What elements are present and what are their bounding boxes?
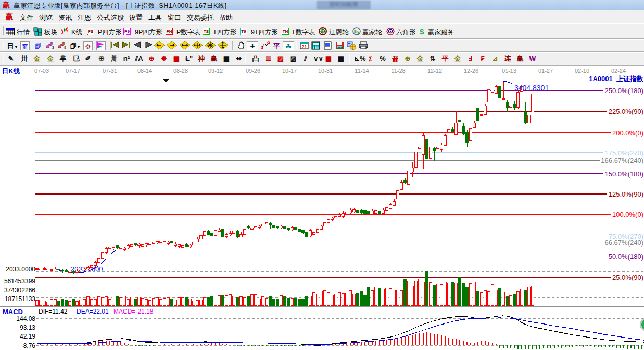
svg-text:10-31: 10-31	[318, 68, 333, 74]
svg-text:21: 21	[301, 44, 307, 49]
svg-text:250.0%(180): 250.0%(180)	[605, 87, 643, 95]
svg-text:01-13: 01-13	[502, 68, 516, 74]
svg-text:200.0%(0): 200.0%(0)	[612, 129, 643, 137]
svg-text:50.0%(180): 50.0%(180)	[609, 253, 643, 261]
svg-text:3: 3	[52, 46, 54, 49]
svg-text:12-12: 12-12	[427, 68, 442, 74]
svg-text:11-14: 11-14	[355, 68, 369, 74]
svg-text:66.67%(240): 66.67%(240)	[605, 239, 643, 247]
svg-text:07-31: 07-31	[103, 68, 117, 74]
svg-text:175.0%(270): 175.0%(270)	[605, 149, 643, 157]
svg-text:12-26: 12-26	[464, 68, 478, 74]
svg-text:166.67%(240): 166.67%(240)	[601, 157, 643, 164]
svg-text:9: 9	[64, 46, 66, 49]
svg-text:07-03: 07-03	[34, 68, 49, 74]
svg-text:Big: Big	[354, 30, 359, 34]
svg-text:25.0%(90): 25.0%(90)	[612, 274, 643, 281]
svg-text:125.0%(90): 125.0%(90)	[609, 190, 643, 198]
svg-text:02-24: 02-24	[611, 68, 626, 74]
svg-text:08-28: 08-28	[173, 68, 188, 74]
svg-text:11-28: 11-28	[391, 68, 405, 74]
svg-text:100.0%(0): 100.0%(0)	[612, 211, 643, 218]
svg-text:09-26: 09-26	[246, 68, 260, 74]
svg-text:225.0%(90): 225.0%(90)	[609, 108, 643, 115]
svg-text:08-14: 08-14	[137, 68, 152, 74]
svg-text:150.0%(180): 150.0%(180)	[605, 170, 643, 178]
svg-text:01-27: 01-27	[538, 68, 553, 74]
svg-text:02-10: 02-10	[575, 68, 589, 74]
svg-text:09-12: 09-12	[208, 68, 223, 74]
svg-text:3404.8301: 3404.8301	[514, 84, 549, 92]
svg-text:10-17: 10-17	[282, 68, 297, 74]
svg-text:07-17: 07-17	[66, 68, 80, 74]
